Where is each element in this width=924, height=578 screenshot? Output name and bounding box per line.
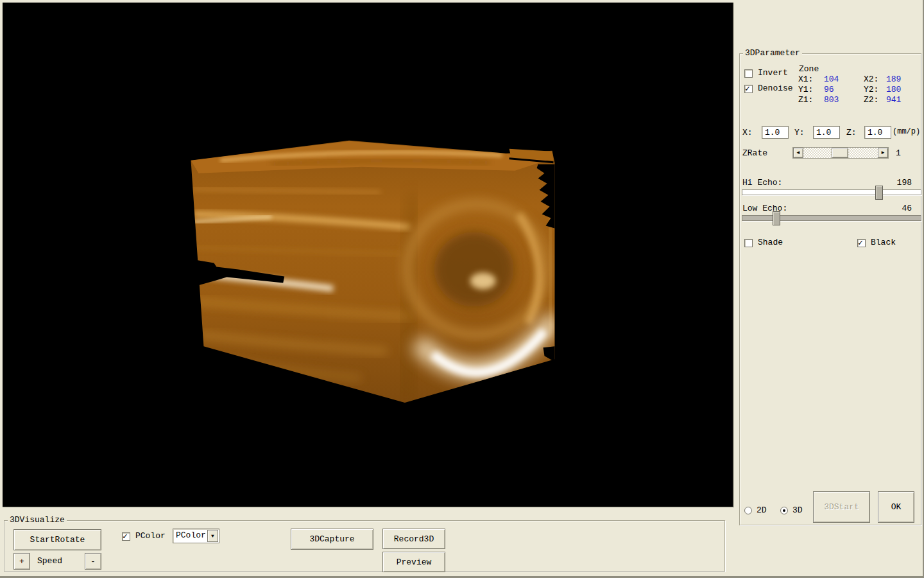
pcolor-dropdown-value: PColor [176, 530, 206, 540]
z-scale-label: Z: [846, 128, 857, 138]
start-3d-button[interactable]: 3DStart [813, 491, 870, 523]
parameter-group-title: 3DParameter [743, 48, 802, 58]
parameter-panel: 3DParameter Invert Denoise Zone X1: 104 … [737, 0, 924, 578]
mode-3d-label: 3D [792, 505, 803, 516]
denoise-label: Denoise [758, 83, 793, 94]
zrate-value: 1 [896, 148, 901, 159]
zone-x1-label: X1: [798, 74, 813, 85]
visualize-group-title: 3DVisualize [8, 515, 67, 525]
zone-x2-value: 189 [886, 74, 901, 85]
mode-2d-radio[interactable] [744, 507, 752, 514]
hi-echo-track[interactable] [742, 189, 921, 195]
low-echo-track[interactable] [742, 215, 921, 221]
scale-unit-label: (mm/p) [893, 127, 920, 137]
zone-z1-value: 803 [824, 95, 839, 105]
hi-echo-slider[interactable] [742, 186, 921, 200]
denoise-checkbox[interactable] [744, 85, 753, 93]
black-checkbox[interactable] [857, 239, 866, 247]
z-scale-input[interactable] [864, 126, 891, 139]
speed-minus-button[interactable]: - [85, 553, 101, 570]
speed-label: Speed [37, 556, 62, 566]
pcolor-dropdown[interactable]: PColor ▼ [173, 529, 219, 543]
pcolor-checkbox[interactable] [122, 532, 130, 541]
ultrasound-volume-render [3, 3, 733, 507]
ultrasound-3d-app-window: { "colors": { "value_blue": "#2323cb", "… [0, 0, 924, 578]
invert-label: Invert [758, 68, 788, 78]
x-scale-label: X: [742, 128, 753, 138]
zone-z2-label: Z2: [864, 95, 878, 105]
zone-label: Zone [799, 64, 819, 74]
zone-z1-label: Z1: [798, 95, 813, 105]
dropdown-arrow-icon[interactable]: ▼ [207, 530, 218, 542]
y-scale-input[interactable] [813, 126, 840, 139]
ok-button[interactable]: OK [878, 491, 914, 523]
zrate-scrollbar-thumb[interactable] [832, 148, 848, 158]
low-echo-slider[interactable] [742, 211, 921, 225]
speed-plus-button[interactable]: + [13, 553, 30, 570]
y-scale-label: Y: [794, 128, 805, 138]
pcolor-label: PColor [135, 531, 166, 541]
black-label: Black [871, 238, 896, 248]
zone-z2-value: 941 [886, 95, 901, 105]
low-echo-thumb[interactable] [773, 211, 780, 225]
start-rotate-button[interactable]: StartRotate [13, 529, 101, 550]
zrate-left-arrow-icon[interactable]: ◄ [793, 148, 803, 158]
x-scale-input[interactable] [762, 126, 789, 139]
zone-x1-value: 104 [824, 74, 839, 85]
zrate-right-arrow-icon[interactable]: ► [878, 148, 888, 158]
visualize-groupbox: 3DVisualize StartRotate + Speed - PColor… [4, 520, 725, 572]
preview-button[interactable]: Preview [382, 552, 445, 572]
zrate-label: ZRate [742, 148, 767, 159]
shade-checkbox[interactable] [744, 239, 753, 247]
zrate-scrollbar[interactable]: ◄ ► [792, 147, 889, 159]
capture-3d-button[interactable]: 3DCapture [291, 529, 373, 550]
zone-y1-value: 96 [824, 85, 834, 95]
hi-echo-thumb[interactable] [875, 186, 883, 200]
zone-x2-label: X2: [864, 74, 878, 85]
shade-label: Shade [758, 238, 783, 248]
zone-y2-value: 180 [886, 85, 901, 95]
mode-3d-radio[interactable] [780, 507, 788, 514]
parameter-groupbox: 3DParameter Invert Denoise Zone X1: 104 … [739, 53, 921, 525]
record-3d-button[interactable]: Record3D [382, 529, 445, 549]
invert-checkbox[interactable] [744, 69, 753, 78]
render-viewport[interactable] [3, 3, 734, 507]
zone-y2-label: Y2: [864, 85, 878, 95]
zone-y1-label: Y1: [798, 85, 813, 95]
mode-2d-label: 2D [757, 505, 767, 516]
